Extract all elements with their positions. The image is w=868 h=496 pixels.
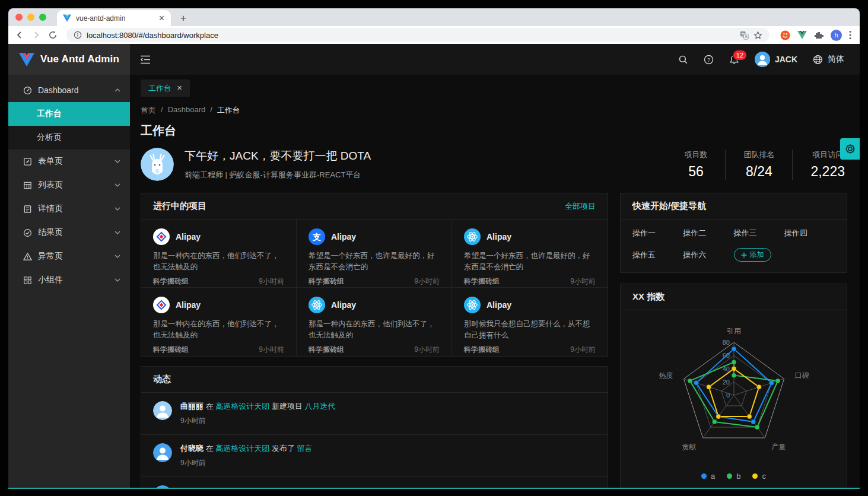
close-window-button[interactable] <box>15 14 23 21</box>
back-icon[interactable] <box>14 30 25 40</box>
project-card[interactable]: Alipay 那是一种内在的东西，他们到达不了，也无法触及的 科学搬砖组9小时前 <box>141 220 297 288</box>
sidebar-item-workplace[interactable]: 工作台 <box>8 102 130 126</box>
browser-tab-title: vue-antd-admin <box>76 14 154 23</box>
svg-text:贡献: 贡献 <box>682 443 697 451</box>
app-body: Dashboard 工作台 分析页 <box>8 75 860 488</box>
tab-close-icon[interactable]: ✕ <box>158 14 165 22</box>
sidebar-item-lists[interactable]: 列表页 <box>8 173 130 197</box>
url-input[interactable]: localhost:8080/#/dashboard/workplace 文A <box>66 28 770 42</box>
project-desc: 那是一种内在的东西，他们到达不了，也无法触及的 <box>153 319 284 341</box>
search-button[interactable] <box>678 55 688 65</box>
forward-icon[interactable] <box>31 30 42 40</box>
sidebar-fold-button[interactable] <box>130 44 161 75</box>
site-info-icon[interactable] <box>74 31 82 39</box>
project-card[interactable]: Alipay 希望是一个好东西，也许是最好的，好东西是不会消亡的 科学搬砖组9小… <box>452 220 608 288</box>
language-switcher[interactable]: 简体 <box>813 54 844 65</box>
project-group-link[interactable]: 科学搬砖组 <box>153 276 189 287</box>
extension-orange-icon[interactable] <box>780 30 790 40</box>
user-menu[interactable]: JACK <box>755 52 797 67</box>
role-line: 前端工程师 | 蚂蚁金服-计算服务事业群-REACT平台 <box>185 170 371 180</box>
chevron-down-icon <box>115 183 120 187</box>
quick-link[interactable]: 操作二 <box>683 228 733 239</box>
project-title[interactable]: Alipay <box>176 232 201 241</box>
greeting-block: 下午好，JACK，要不要打一把 DOTA 前端工程师 | 蚂蚁金服-计算服务事业… <box>185 148 371 180</box>
activity-target-link[interactable]: 留言 <box>297 444 313 453</box>
project-title[interactable]: Alipay <box>176 300 201 310</box>
svg-text:80: 80 <box>723 339 730 346</box>
legend-item-a[interactable]: a <box>701 472 715 481</box>
new-tab-button[interactable]: + <box>176 11 191 26</box>
browser-menu-kebab-icon[interactable] <box>849 30 851 40</box>
chevron-down-icon <box>115 278 120 282</box>
quick-link[interactable]: 操作一 <box>632 228 683 239</box>
project-card[interactable]: Alipay 那是一种内在的东西，他们到达不了，也无法触及的 科学搬砖组9小时前 <box>297 288 452 356</box>
breadcrumb-dashboard[interactable]: Dashboard <box>168 105 206 116</box>
radar-card-header: XX 指数 <box>621 284 847 310</box>
breadcrumb-home[interactable]: 首页 <box>141 105 156 116</box>
brand-logo[interactable]: Vue Antd Admin <box>8 44 130 75</box>
language-label: 简体 <box>828 54 844 65</box>
browser-tab[interactable]: vue-antd-admin ✕ <box>57 10 171 26</box>
sidebar-item-results[interactable]: 结果页 <box>8 221 130 244</box>
reload-icon[interactable] <box>47 30 58 40</box>
extensions-puzzle-icon[interactable] <box>814 30 824 40</box>
activity-group-link[interactable]: 高逼格设计天团 <box>215 402 269 411</box>
activity-target-link[interactable]: 八月迭代 <box>305 402 336 411</box>
maximize-window-button[interactable] <box>39 14 46 21</box>
activity-user[interactable]: 付晓晓 <box>180 444 204 453</box>
main-area: 工作台 ✕ 首页 / Dashboard / 工作台 工作台 <box>130 75 860 488</box>
project-card[interactable]: 支Alipay 希望是一个好东西，也许是最好的，好东西是不会消亡的 科学搬砖组9… <box>297 220 452 288</box>
page-tab-workplace[interactable]: 工作台 ✕ <box>141 80 190 97</box>
project-group-link[interactable]: 科学搬砖组 <box>153 345 189 355</box>
sidebar-item-forms[interactable]: 表单页 <box>8 150 130 173</box>
sidebar-item-label: 异常页 <box>38 251 63 262</box>
project-title[interactable]: Alipay <box>331 232 356 241</box>
notifications-button[interactable]: 12 <box>729 55 739 65</box>
user-avatar <box>755 52 770 67</box>
project-group-link[interactable]: 科学搬砖组 <box>309 345 344 355</box>
legend-item-b[interactable]: b <box>727 472 740 481</box>
quick-link[interactable]: 操作三 <box>734 228 784 239</box>
project-card[interactable]: Alipay 那是一种内在的东西，他们到达不了，也无法触及的 科学搬砖组9小时前 <box>141 288 297 356</box>
project-group-link[interactable]: 科学搬砖组 <box>464 276 500 287</box>
svg-text:引用: 引用 <box>727 327 741 335</box>
activity-user[interactable]: 曲丽丽 <box>180 402 204 411</box>
translate-icon[interactable]: 文A <box>740 31 749 40</box>
project-title[interactable]: Alipay <box>331 300 356 310</box>
browser-urlbar: localhost:8080/#/dashboard/workplace 文A <box>8 26 860 44</box>
quick-link[interactable]: 操作四 <box>784 228 835 239</box>
help-button[interactable]: ? <box>704 55 714 65</box>
project-title[interactable]: Alipay <box>487 300 511 310</box>
project-group-link[interactable]: 科学搬砖组 <box>309 276 344 287</box>
vue-devtools-icon[interactable] <box>797 31 807 39</box>
add-button[interactable]: 添加 <box>734 248 771 262</box>
project-group-link[interactable]: 科学搬砖组 <box>464 345 500 355</box>
radar-title: XX 指数 <box>632 291 664 303</box>
project-desc: 那时候我只会想自己想要什么，从不想自己拥有什么 <box>464 319 596 341</box>
quick-link[interactable]: 操作六 <box>683 250 733 260</box>
sidebar-item-exceptions[interactable]: 异常页 <box>8 244 130 268</box>
plus-icon <box>741 252 747 258</box>
project-card[interactable]: Alipay 那时候我只会想自己想要什么，从不想自己拥有什么 科学搬砖组9小时前 <box>452 288 608 356</box>
view-all-projects-link[interactable]: 全部项目 <box>565 201 596 212</box>
breadcrumb-current: 工作台 <box>217 105 240 116</box>
svg-text:口碑: 口碑 <box>795 371 809 380</box>
sidebar: Dashboard 工作台 分析页 <box>8 75 130 488</box>
alipay-icon: 支 <box>309 228 325 245</box>
browser-profile-avatar[interactable]: h <box>831 30 842 41</box>
project-title[interactable]: Alipay <box>487 232 511 241</box>
quick-link[interactable]: 操作五 <box>632 250 683 260</box>
activity-time: 9小时前 <box>180 458 313 468</box>
sidebar-item-widgets[interactable]: 小组件 <box>8 268 130 292</box>
legend-item-c[interactable]: c <box>752 472 766 481</box>
sidebar-item-analysis[interactable]: 分析页 <box>8 126 130 150</box>
radar-card: XX 指数 引用口碑产量贡献热度020406080 abc <box>620 284 847 488</box>
minimize-window-button[interactable] <box>27 14 34 21</box>
sidebar-item-dashboard[interactable]: Dashboard <box>8 78 130 102</box>
svg-text:A: A <box>745 34 748 39</box>
tab-close-icon[interactable]: ✕ <box>177 84 182 92</box>
settings-drawer-button[interactable] <box>840 138 860 160</box>
activity-group-link[interactable]: 高逼格设计天团 <box>215 444 269 453</box>
bookmark-star-icon[interactable] <box>753 31 762 40</box>
sidebar-item-details[interactable]: 详情页 <box>8 197 130 221</box>
